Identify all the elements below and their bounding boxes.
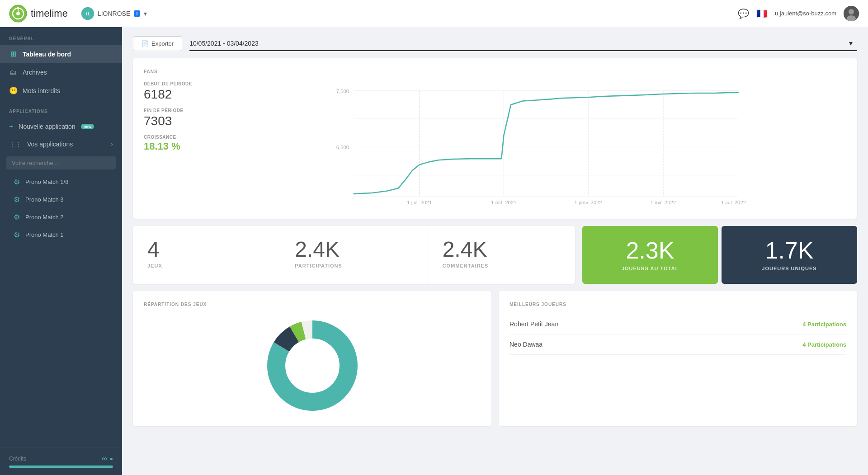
language-flag[interactable]: 🇫🇷 <box>756 8 768 19</box>
timelime-small-icon: ● <box>110 456 113 462</box>
sidebar-item-archives-label: Archives <box>23 69 47 76</box>
sidebar-bottom: Crédits ∞ ● <box>0 447 122 475</box>
export-button[interactable]: 📄 Exporter <box>133 36 182 51</box>
sidebar-search-container <box>0 153 122 173</box>
app-prono-3-label: Prono Match 3 <box>25 196 64 203</box>
brand-icon: TL <box>81 7 94 20</box>
general-section-label: GÉNÉRAL <box>0 27 122 45</box>
croissance-label: CROISSANCE <box>144 135 216 140</box>
commentaires-number: 2.4K <box>443 239 561 260</box>
jeux-label: JEUX <box>147 263 265 268</box>
svg-text:1 janv. 2022: 1 janv. 2022 <box>574 200 602 205</box>
gear-icon-4: ⚙ <box>14 230 20 239</box>
svg-text:1 juil. 2022: 1 juil. 2022 <box>721 200 746 205</box>
debut-label: DÉBUT DE PÉRIODE <box>144 81 216 86</box>
participations-label: PARTICIPATIONS <box>295 263 413 268</box>
sidebar-search-input[interactable] <box>6 156 116 169</box>
joueurs-uniques-label: JOUEURS UNIQUES <box>762 266 816 271</box>
apps-grid-icon: ⋮⋮ <box>9 141 22 148</box>
nouvelle-application-row[interactable]: + Nouvelle application new <box>0 118 122 136</box>
credits-row: Crédits ∞ ● <box>9 455 113 463</box>
player-name-1: Robert Petit Jean <box>509 320 558 328</box>
app-prono-2[interactable]: ⚙ Prono Match 2 <box>0 208 122 226</box>
credits-bar <box>9 466 113 468</box>
sidebar-item-tableau[interactable]: ⊞ Tableau de bord <box>0 45 122 63</box>
credits-label: Crédits <box>9 456 26 462</box>
vos-applications-label: Vos applications <box>27 141 73 148</box>
svg-point-8 <box>849 9 854 14</box>
svg-text:6,500: 6,500 <box>336 145 349 150</box>
fin-label: FIN DE PÉRIODE <box>144 108 216 113</box>
player-score-2: 4 Participations <box>802 341 846 348</box>
topnav-left: timelime TL LIONROSE f ▾ <box>9 5 147 23</box>
fans-layout: DÉBUT DE PÉRIODE 6182 FIN DE PÉRIODE 730… <box>144 81 846 208</box>
player-name-2: Neo Dawaa <box>509 341 542 348</box>
applications-section-label: APPLICATIONS <box>0 100 122 118</box>
date-range-selector[interactable]: 10/05/2021 - 03/04/2023 ▾ <box>189 36 857 51</box>
jeux-card: 4 JEUX <box>133 226 280 284</box>
app-prono-2-label: Prono Match 2 <box>25 214 64 221</box>
sidebar-item-tableau-label: Tableau de bord <box>23 51 71 58</box>
sidebar: GÉNÉRAL ⊞ Tableau de bord 🗂 Archives 😐 M… <box>0 27 122 475</box>
vos-applications-row[interactable]: ⋮⋮ Vos applications › <box>0 136 122 153</box>
layout: GÉNÉRAL ⊞ Tableau de bord 🗂 Archives 😐 M… <box>0 27 868 475</box>
bottom-row: RÉPARTITION DES JEUX MEILLEURS JOUEURS <box>133 291 857 426</box>
repartition-title: RÉPARTITION DES JEUX <box>144 302 481 307</box>
date-range-chevron[interactable]: ▾ <box>849 39 853 47</box>
meilleurs-title: MEILLEURS JOUEURS <box>509 302 846 307</box>
svg-text:1 juil. 2021: 1 juil. 2021 <box>407 200 432 205</box>
debut-value: 6182 <box>144 87 216 102</box>
export-icon: 📄 <box>142 40 149 47</box>
main-content: 📄 Exporter 10/05/2021 - 03/04/2023 ▾ FAN… <box>122 27 868 475</box>
joueurs-total-number: 2.3K <box>626 239 674 262</box>
jeux-number: 4 <box>147 239 265 260</box>
forbidden-icon: 😐 <box>9 86 17 95</box>
participations-card: 2.4K PARTICIPATIONS <box>280 226 428 284</box>
app-prono-1-8-label: Prono Match 1/8 <box>25 179 68 185</box>
gear-icon-2: ⚙ <box>14 195 20 204</box>
fans-title: FANS <box>144 69 846 74</box>
nouvelle-app-label: Nouvelle application <box>19 123 75 130</box>
players-list: Robert Petit Jean 4 Participations Neo D… <box>509 314 846 355</box>
avatar[interactable] <box>844 6 859 21</box>
player-row-1: Robert Petit Jean 4 Participations <box>509 314 846 334</box>
player-score-1: 4 Participations <box>802 321 846 328</box>
topnav-right: 💬 🇫🇷 u.jaulent@so-buzz.com <box>738 6 859 21</box>
joueurs-total-label: JOUEURS AU TOTAL <box>622 266 679 271</box>
app-prono-1[interactable]: ⚙ Prono Match 1 <box>0 226 122 244</box>
joueurs-uniques-card: 1.7K JOUEURS UNIQUES <box>722 226 857 284</box>
meilleurs-card: MEILLEURS JOUEURS Robert Petit Jean 4 Pa… <box>499 291 857 426</box>
chat-icon[interactable]: 💬 <box>738 8 749 19</box>
commentaires-card: 2.4K COMMENTAIRES <box>428 226 575 284</box>
commentaires-label: COMMENTAIRES <box>443 263 561 268</box>
archives-icon: 🗂 <box>9 68 17 76</box>
date-range-text: 10/05/2021 - 03/04/2023 <box>189 40 259 47</box>
topnav: timelime TL LIONROSE f ▾ 💬 🇫🇷 u.jaulent@… <box>0 0 868 27</box>
joueurs-total-card: 2.3K JOUEURS AU TOTAL <box>582 226 718 284</box>
stats-row: 4 JEUX 2.4K PARTICIPATIONS 2.4K COMMENTA… <box>133 226 857 284</box>
gear-icon-3: ⚙ <box>14 213 20 221</box>
facebook-badge: f <box>134 10 140 17</box>
sidebar-item-mots-label: Mots interdits <box>23 87 60 94</box>
add-icon: + <box>9 122 13 131</box>
credits-bar-fill <box>9 466 113 468</box>
svg-text:TL: TL <box>85 11 90 16</box>
toolbar: 📄 Exporter 10/05/2021 - 03/04/2023 ▾ <box>133 36 857 51</box>
brand-dropdown-icon[interactable]: ▾ <box>144 10 147 17</box>
svg-text:7,000: 7,000 <box>336 89 349 94</box>
fans-card: FANS DÉBUT DE PÉRIODE 6182 FIN DE PÉRIOD… <box>133 58 857 219</box>
fans-stats: DÉBUT DE PÉRIODE 6182 FIN DE PÉRIODE 730… <box>144 81 216 208</box>
fin-value: 7303 <box>144 114 216 128</box>
logo[interactable]: timelime <box>9 5 68 23</box>
donut-chart-svg <box>263 316 362 415</box>
sidebar-item-mots[interactable]: 😐 Mots interdits <box>0 81 122 100</box>
svg-point-4 <box>17 7 19 9</box>
app-prono-3[interactable]: ⚙ Prono Match 3 <box>0 191 122 208</box>
nouvelle-app-left: + Nouvelle application new <box>9 122 94 131</box>
gear-icon-1: ⚙ <box>14 178 20 186</box>
brand-selector[interactable]: TL LIONROSE f ▾ <box>81 7 147 20</box>
app-prono-1-8[interactable]: ⚙ Prono Match 1/8 <box>0 173 122 191</box>
donut-chart-container <box>144 316 481 415</box>
brand-name: LIONROSE <box>98 10 130 17</box>
sidebar-item-archives[interactable]: 🗂 Archives <box>0 63 122 81</box>
